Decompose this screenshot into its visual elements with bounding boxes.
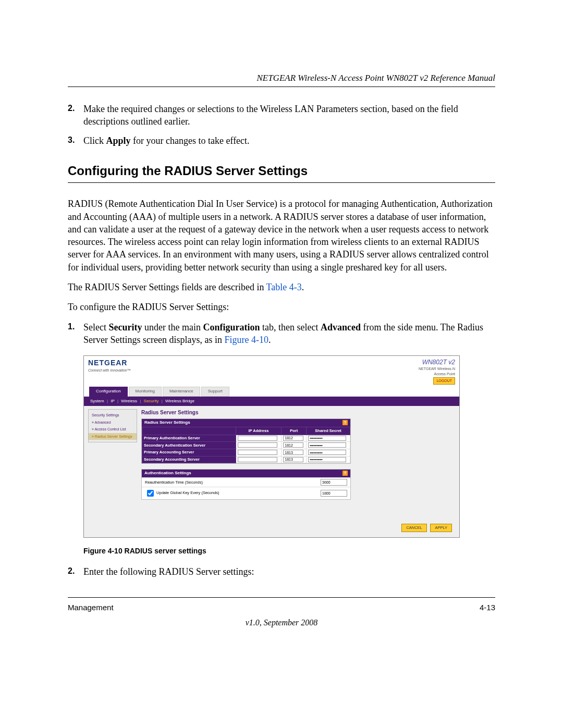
subnav-sep: | [117,399,118,403]
row-label-primary-acct: Primary Accounting Server [142,449,236,456]
text-fragment: Click [83,135,106,146]
row-label-primary-auth: Primary Authentication Server [142,435,236,442]
port-input-secondary-auth[interactable] [283,442,303,448]
subnav-sep: | [107,399,108,403]
table-row: Primary Accounting Server [142,449,350,456]
text-fragment: Select [83,322,108,332]
global-key-checkbox[interactable] [147,490,154,497]
footer-version: v1.0, September 2008 [68,618,495,627]
step-1-radius: 1. Select Security under the main Config… [68,321,495,347]
port-input-primary-auth[interactable] [283,436,303,441]
text-fragment: . [302,282,304,292]
subnav-wireless-bridge[interactable]: Wireless Bridge [165,399,194,403]
table-row: Secondary Authentication Server [142,442,350,449]
authentication-settings-panel: Authentication Settings ? Reauthenticati… [141,469,351,500]
port-input-primary-acct[interactable] [283,450,303,455]
col-port: Port [282,427,307,435]
subnav-sep: | [162,399,163,403]
subnav-system[interactable]: System [90,399,104,403]
bold-security: Security [108,322,142,332]
sidebar-item-access-control-list[interactable]: » Access Control List [89,426,137,433]
col-ip-address: IP Address [236,427,282,435]
ss-content: Radius Server Settings Radius Server Set… [141,406,459,521]
global-key-label: Update Global Key Every (Seconds) [156,491,219,496]
text-fragment: . [268,335,271,345]
secret-input-primary-acct[interactable] [308,450,346,455]
subnav-sep: | [140,399,141,403]
secret-input-secondary-auth[interactable] [308,442,346,448]
ip-input-secondary-acct[interactable] [238,457,278,462]
tab-monitoring[interactable]: Monitoring [129,387,162,397]
footer-right: 4-13 [480,603,495,612]
auth-row-global-key: Update Global Key Every (Seconds) [142,487,350,499]
apply-bold: Apply [106,135,131,146]
tab-support[interactable]: Support [201,387,229,397]
sidebar-item-security-settings[interactable]: Security Settings [89,412,137,418]
tab-maintenance[interactable]: Maintenance [163,387,200,397]
secret-input-secondary-acct[interactable] [308,457,346,462]
footer-left: Management [68,603,114,612]
logout-button[interactable]: LOGOUT [433,377,455,384]
ip-input-primary-auth[interactable] [238,436,278,441]
global-key-input[interactable] [321,490,347,497]
text-fragment: for your changes to take effect. [131,135,250,146]
step-text: Click Apply for your changes to take eff… [83,134,495,147]
page-footer: Management 4-13 [68,597,495,612]
model-desc-2: Access Point [419,372,455,376]
sidebar-item-advanced[interactable]: » Advanced [89,419,137,426]
link-figure-4-10[interactable]: Figure 4-10 [224,335,268,345]
link-table-4-3[interactable]: Table 4-3 [266,282,302,292]
ss-header-bar: NETGEAR Connect with Innovation™ WN802T … [84,356,459,386]
step-text: Enter the following RADIUS Server settin… [83,565,495,578]
content-title: Radius Server Settings [141,409,454,416]
radius-panel-header: Radius Server Settings ? [142,419,350,427]
subnav-wireless[interactable]: Wireless [121,399,137,403]
subnav-security[interactable]: Security [144,399,159,403]
paragraph-table-ref: The RADIUS Server Settings fields are de… [68,281,495,293]
auth-row-reauth: Reauthentication Time (Seconds) [142,477,350,487]
step-number: 3. [68,134,83,147]
step-number: 2. [68,565,83,578]
tab-configuration[interactable]: Configuration [89,387,128,397]
radius-table: IP Address Port Shared Secret Primary Au… [142,427,350,464]
apply-button[interactable]: APPLY [430,524,452,532]
table-header-row: IP Address Port Shared Secret [142,427,350,435]
text-fragment: under the main [142,322,203,332]
reauth-time-input[interactable] [321,479,347,486]
sidebar-item-radius-server-settings[interactable]: » Radius Server Settings [89,433,137,440]
secret-input-primary-auth[interactable] [308,436,346,441]
row-label-secondary-auth: Secondary Authentication Server [142,442,236,449]
port-input-secondary-acct[interactable] [283,457,303,462]
subnav-ip[interactable]: IP [111,399,115,403]
ip-input-primary-acct[interactable] [238,450,278,455]
netgear-logo-subtitle: Connect with Innovation™ [88,368,131,373]
ip-input-secondary-auth[interactable] [238,442,278,448]
ss-logo-block: NETGEAR Connect with Innovation™ [88,358,131,385]
table-row: Primary Authentication Server [142,435,350,442]
paragraph-intro: RADIUS (Remote Authentication Dial In Us… [68,198,495,274]
step-number: 2. [68,103,83,128]
reauth-label: Reauthentication Time (Seconds) [145,480,203,485]
ss-footer-bar: CANCEL APPLY [84,521,459,537]
ss-main-tabs: Configuration Monitoring Maintenance Sup… [84,386,459,397]
step-3: 3. Click Apply for your changes to take … [68,134,495,147]
model-number: WN802T v2 [419,358,455,366]
step-text: Select Security under the main Configura… [83,321,495,347]
netgear-logo: NETGEAR [88,358,131,368]
help-icon[interactable]: ? [342,420,348,425]
help-icon[interactable]: ? [342,471,348,476]
section-title: Configuring the RADIUS Server Settings [68,163,495,183]
ss-subnav: System | IP | Wireless | Security | Wire… [84,397,459,406]
row-label-secondary-acct: Secondary Accounting Server [142,456,236,463]
col-blank [142,427,236,435]
panel-header-text: Radius Server Settings [144,420,190,425]
col-shared-secret: Shared Secret [307,427,350,435]
body-text: 2. Make the required changes or selectio… [68,103,495,578]
cancel-button[interactable]: CANCEL [401,524,426,532]
step-2-radius: 2. Enter the following RADIUS Server set… [68,565,495,578]
table-row: Secondary Accounting Server [142,456,350,463]
step-2: 2. Make the required changes or selectio… [68,103,495,128]
text-fragment: tab, then select [260,322,320,332]
step-text: Make the required changes or selections … [83,103,495,128]
ss-model-block: WN802T v2 NETGEAR Wireless‑N Access Poin… [419,358,455,385]
